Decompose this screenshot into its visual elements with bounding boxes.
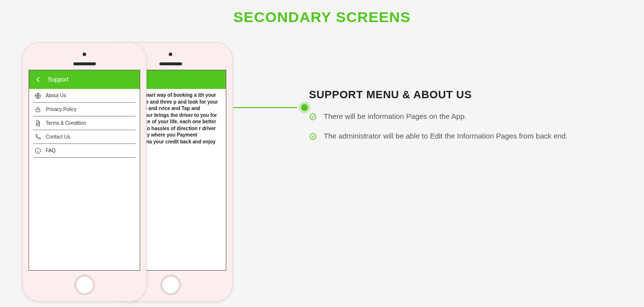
check-icon xyxy=(309,133,317,140)
lock-icon xyxy=(34,106,42,113)
camera-dot xyxy=(83,53,86,56)
menu-item-privacy[interactable]: Privacy Policy xyxy=(33,103,136,116)
section-info: SUPPORT MENU & ABOUT US There will be in… xyxy=(309,88,614,151)
menu-item-terms[interactable]: Terms & Condition xyxy=(33,116,136,130)
back-icon[interactable] xyxy=(34,75,43,84)
connector-line xyxy=(233,107,297,108)
menu-item-label: About Us xyxy=(46,93,66,98)
menu-item-contact[interactable]: Contact Us xyxy=(33,130,136,144)
showcase-stage: ls ion is the smart way of booking a ith… xyxy=(0,39,644,307)
appbar-support: Support xyxy=(29,70,140,89)
feature-list: There will be information Pages on the A… xyxy=(309,112,614,140)
menu-item-label: Terms & Condition xyxy=(46,120,86,126)
section-heading: SUPPORT MENU & ABOUT US xyxy=(309,88,614,101)
menu-item-aboutus[interactable]: About Us xyxy=(33,89,136,103)
doc-icon xyxy=(34,119,42,127)
support-menu: About Us Privacy Policy Terms & Conditio… xyxy=(29,89,140,158)
page-title: SECONDARY SCREENS xyxy=(0,0,644,26)
feature-item: The administrator will be able to Edit t… xyxy=(309,132,614,140)
appbar-title: Support xyxy=(48,76,68,83)
feature-item: There will be information Pages on the A… xyxy=(309,112,614,121)
check-icon xyxy=(309,113,317,121)
phone-icon xyxy=(34,133,42,141)
info-icon xyxy=(34,147,42,155)
globe-icon xyxy=(34,92,42,100)
speaker-slot xyxy=(73,62,96,65)
menu-item-label: FAQ xyxy=(46,148,56,153)
phone-mockup-support: Support About Us Privacy Policy xyxy=(22,42,147,302)
feature-text: The administrator will be able to Edit t… xyxy=(324,132,568,140)
home-button[interactable] xyxy=(160,275,181,295)
feature-text: There will be information Pages on the A… xyxy=(324,112,466,120)
speaker-slot xyxy=(159,62,182,65)
camera-dot xyxy=(169,53,172,56)
phone-screen-support: Support About Us Privacy Policy xyxy=(29,70,140,271)
menu-item-faq[interactable]: FAQ xyxy=(33,144,136,158)
menu-item-label: Privacy Policy xyxy=(46,107,76,112)
menu-item-label: Contact Us xyxy=(46,134,70,140)
svg-rect-1 xyxy=(36,109,40,112)
phone-sensors xyxy=(23,50,146,65)
home-button[interactable] xyxy=(74,275,95,295)
